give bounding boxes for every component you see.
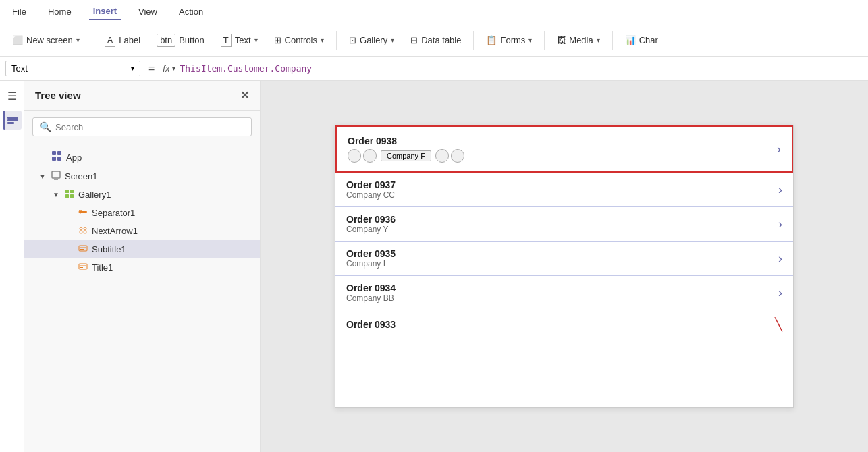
gallery-item-2-subtitle: Company CC	[346, 190, 778, 200]
circle-2	[363, 149, 377, 163]
controls-icon: ⊞	[274, 35, 281, 45]
text-chevron: ▾	[254, 36, 258, 44]
controls-button[interactable]: ⊞ Controls ▾	[267, 32, 331, 49]
button-label: Button	[179, 35, 205, 45]
menu-home[interactable]: Home	[44, 4, 76, 20]
button-icon: btn	[157, 34, 175, 47]
svg-rect-1	[7, 119, 18, 121]
formula-fx-area[interactable]: fx ▾	[163, 63, 175, 74]
tree-item-screen1[interactable]: ▼ Screen1	[24, 167, 260, 186]
gallery-item-4-content: Order 0935 Company I	[346, 248, 778, 269]
gallery-item-4[interactable]: Order 0935 Company I ›	[335, 242, 793, 276]
svg-point-18	[84, 231, 86, 233]
tree-item-nextarrow1-label: NextArrow1	[92, 226, 138, 236]
gallery-item-3-title: Order 0936	[346, 214, 778, 225]
svg-point-15	[80, 227, 82, 230]
svg-point-16	[84, 227, 86, 230]
tree-item-app-label: App	[66, 152, 82, 163]
hamburger-icon[interactable]: ☰	[3, 86, 22, 105]
media-button[interactable]: 🖼 Media ▾	[550, 32, 606, 49]
svg-rect-11	[65, 194, 69, 198]
menu-insert[interactable]: Insert	[89, 3, 121, 20]
data-table-button[interactable]: ⊟ Data table	[404, 32, 468, 49]
svg-rect-0	[7, 117, 18, 119]
toolbar-divider-2	[336, 31, 337, 50]
gallery-item-3-arrow: ›	[778, 217, 782, 231]
gallery-item-2[interactable]: Order 0937 Company CC ›	[335, 173, 793, 207]
subtitle-label-box: Company F	[381, 150, 431, 161]
formula-dropdown-chevron: ▾	[131, 65, 134, 72]
tree-item-nextarrow1[interactable]: NextArrow1	[24, 222, 260, 240]
gallery-item-2-arrow: ›	[778, 183, 782, 197]
forms-button[interactable]: 📋 Forms ▾	[479, 32, 539, 49]
sidebar-toggle: ☰	[0, 81, 24, 452]
tree-item-title1[interactable]: Title1	[24, 258, 260, 277]
svg-rect-7	[52, 171, 60, 178]
forms-label: Forms	[500, 35, 525, 45]
tree-item-gallery1-label: Gallery1	[78, 190, 111, 200]
new-screen-chevron: ▾	[76, 36, 80, 44]
gallery-item-5-arrow: ›	[778, 286, 782, 300]
gallery-item-5-subtitle: Company BB	[346, 293, 778, 303]
tree-item-separator1[interactable]: Separator1	[24, 204, 260, 222]
expand-icon-screen1: ▼	[39, 173, 47, 180]
toolbar-divider-4	[544, 31, 545, 50]
gallery-item-4-title: Order 0935	[346, 248, 778, 259]
gallery-item-6-content: Order 0933	[346, 319, 775, 330]
gallery-item-1-title: Order 0938	[348, 136, 777, 146]
svg-rect-4	[57, 151, 61, 155]
charts-button[interactable]: 📊 Char	[618, 32, 665, 49]
search-box[interactable]: 🔍	[32, 117, 252, 136]
tree-item-gallery1[interactable]: ▼ Gallery1	[24, 186, 260, 204]
tree-item-app[interactable]: App	[24, 147, 260, 167]
charts-label: Char	[639, 35, 658, 45]
button-button[interactable]: btn Button	[150, 30, 211, 50]
media-chevron: ▾	[597, 36, 600, 44]
text-label: Text	[235, 35, 251, 45]
tree-item-screen1-label: Screen1	[65, 171, 97, 181]
gallery-button[interactable]: ⊡ Gallery ▾	[342, 32, 401, 49]
toolbar: ⬜ New screen ▾ A Label btn Button T Text…	[0, 24, 868, 57]
screen-icon	[51, 171, 61, 182]
gallery-icon: ⊡	[349, 35, 356, 45]
gallery-chevron: ▾	[391, 36, 394, 44]
forms-icon: 📋	[486, 35, 497, 45]
gallery-item-6-title: Order 0933	[346, 319, 775, 330]
formula-dropdown-label: Text	[11, 63, 28, 74]
menu-bar: File Home Insert View Action	[0, 0, 868, 24]
gallery-item-6[interactable]: Order 0933 ╲	[335, 310, 793, 339]
media-label: Media	[569, 35, 593, 45]
formula-input[interactable]: ThisItem.Customer.Company	[180, 63, 863, 74]
gallery-item-1-content: Order 0938 Company F	[348, 136, 777, 163]
title-icon	[78, 262, 88, 273]
gallery-item-1[interactable]: Order 0938 Company F	[335, 125, 793, 173]
menu-view[interactable]: View	[134, 4, 161, 20]
app-icon	[51, 150, 62, 164]
tree-item-separator1-label: Separator1	[92, 208, 135, 218]
tree-content: App ▼ Screen1 ▼ Gallery1	[24, 143, 260, 452]
menu-action[interactable]: Action	[175, 4, 207, 20]
text-button[interactable]: T Text ▾	[214, 30, 265, 50]
label-label: Label	[119, 35, 140, 45]
label-button[interactable]: A Label	[98, 30, 147, 50]
fx-label: fx	[163, 63, 169, 74]
subtitle-icon	[78, 244, 88, 255]
menu-file[interactable]: File	[8, 4, 30, 20]
canvas-frame: Order 0938 Company F	[335, 125, 794, 408]
tree-item-subtitle1-label: Subtitle1	[92, 244, 126, 254]
text-icon: T	[221, 34, 232, 47]
gallery-node-icon	[65, 189, 74, 200]
search-input[interactable]	[55, 122, 244, 132]
gallery-item-3-subtitle: Company Y	[346, 225, 778, 234]
tree-item-subtitle1[interactable]: Subtitle1	[24, 240, 260, 258]
tree-panel: Tree view ✕ 🔍 App ▼	[24, 81, 261, 452]
new-screen-button[interactable]: ⬜ New screen ▾	[5, 32, 86, 49]
tree-close-button[interactable]: ✕	[240, 89, 249, 102]
gallery-item-3[interactable]: Order 0936 Company Y ›	[335, 207, 793, 242]
gallery-item-6-arrow: ╲	[775, 317, 782, 332]
svg-rect-10	[70, 190, 74, 193]
gallery-item-5[interactable]: Order 0934 Company BB ›	[335, 276, 793, 310]
layers-icon[interactable]	[3, 111, 22, 130]
formula-dropdown[interactable]: Text ▾	[5, 61, 140, 76]
separator-icon	[78, 207, 88, 219]
